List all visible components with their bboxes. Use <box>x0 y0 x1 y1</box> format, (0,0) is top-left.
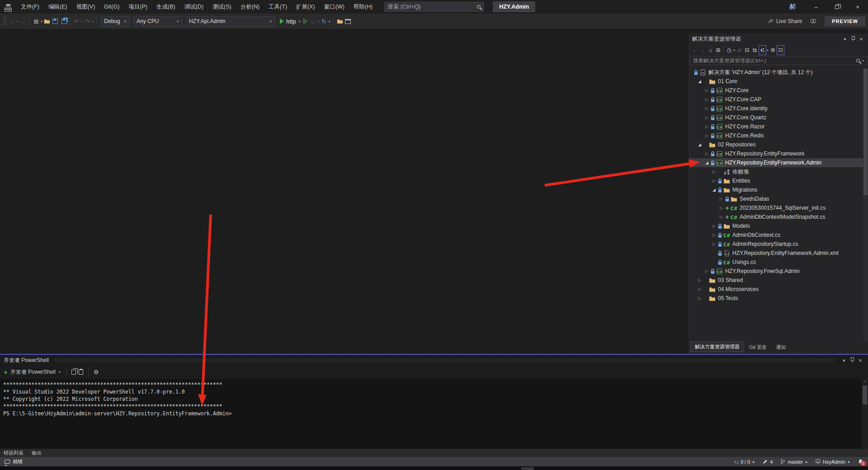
menu-item-p[interactable]: 项目(P) <box>124 0 152 14</box>
menu-item-e[interactable]: 编辑(E) <box>44 0 72 14</box>
hot-reload-icon[interactable]: ♨ <box>309 16 317 27</box>
nav-back-icon[interactable]: ← <box>8 16 16 27</box>
tree-chevron-expanded-icon[interactable]: ◢ <box>697 79 703 84</box>
menu-item-t[interactable]: 工具(T) <box>264 0 292 14</box>
pin-icon[interactable] <box>848 357 856 363</box>
menu-item-x[interactable]: 扩展(X) <box>292 0 320 14</box>
pending-edits-status[interactable]: 4 <box>762 459 773 465</box>
undo-caret[interactable]: ▾ <box>81 19 83 24</box>
menu-item-s[interactable]: 测试(S) <box>208 0 236 14</box>
restart-icon[interactable]: ↻ <box>320 16 328 27</box>
pin-icon[interactable] <box>849 36 857 42</box>
open-folder-icon[interactable] <box>43 16 51 27</box>
tree-row[interactable]: ▷03 Shared <box>689 276 868 285</box>
tree-row[interactable]: ▷AdminDbContextModelSnapshot.cs <box>689 212 868 221</box>
feedback-icon[interactable] <box>810 18 816 24</box>
solution-explorer-scrollbar[interactable] <box>863 68 868 341</box>
new-terminal-icon[interactable]: + <box>4 368 8 376</box>
chevron-down-icon[interactable]: ▾ <box>59 370 61 374</box>
web-browser-icon[interactable] <box>336 16 344 27</box>
tree-row[interactable]: HZY.Repository.EntityFramework.Admin.xml <box>689 249 868 258</box>
redo-icon[interactable]: ↷ <box>83 16 91 27</box>
menu-item-gitg[interactable]: Git(G) <box>99 0 124 14</box>
tree-row[interactable]: ▷HZY.Repository.FreeSql.Admin <box>689 267 868 276</box>
startup-project-dropdown[interactable]: HZY.Api.Admin▾ <box>186 16 275 27</box>
se-home-icon[interactable]: ⌂ <box>707 45 714 55</box>
save-icon[interactable] <box>51 16 59 27</box>
toolbar-grip[interactable] <box>3 17 7 26</box>
tree-row[interactable]: ▷Models <box>689 221 868 230</box>
se-filter-caret[interactable]: ▾ <box>733 48 735 52</box>
start-without-debugging-button[interactable] <box>301 16 309 27</box>
se-back-icon[interactable]: ← <box>691 45 699 55</box>
preview-button[interactable]: PREVIEW <box>825 16 865 26</box>
notifications-bell[interactable]: 1 <box>858 459 863 465</box>
se-properties-icon[interactable]: ⚙ <box>769 45 777 55</box>
tree-row[interactable]: ▷HZY.Repository.EntityFramework <box>689 149 868 158</box>
tree-row[interactable]: ◢Migrations <box>689 185 868 194</box>
terminal-profile-label[interactable]: 开发者 PowerShell <box>10 368 56 376</box>
menu-item-f[interactable]: 文件(F) <box>16 0 44 14</box>
tree-chevron-collapsed-icon[interactable]: ▷ <box>697 278 703 282</box>
tree-chevron-collapsed-icon[interactable]: ▷ <box>697 287 703 291</box>
tree-row[interactable]: ▷HZY.Core.Redis <box>689 131 868 140</box>
window-position-caret-icon[interactable]: ▾ <box>840 358 848 363</box>
se-tab-inactive[interactable]: 通知 <box>772 343 790 352</box>
tree-row[interactable]: ◢02 Repositories <box>689 140 868 149</box>
tree-row[interactable]: Usings.cs <box>689 258 868 267</box>
close-button[interactable]: × <box>847 0 868 14</box>
menu-item-d[interactable]: 调试(D) <box>180 0 208 14</box>
live-share-button[interactable]: Live Share <box>764 18 806 24</box>
copy-icon[interactable] <box>71 370 76 375</box>
platform-dropdown[interactable]: Any CPU▾ <box>133 16 182 27</box>
tree-row[interactable]: ▷Entities <box>689 176 868 185</box>
new-item-caret[interactable]: ▾ <box>41 19 42 24</box>
tree-row[interactable]: ◢01 Core <box>689 77 868 86</box>
window-position-caret-icon[interactable]: ▾ <box>841 37 849 42</box>
se-collapse-all-icon[interactable]: ⊟ <box>743 45 751 55</box>
scrollbar-thumb[interactable] <box>863 385 867 404</box>
tree-chevron-collapsed-icon[interactable]: ▷ <box>711 169 717 174</box>
tree-row[interactable]: ▷HZY.Core.CAP <box>689 95 868 104</box>
redo-caret[interactable]: ▾ <box>92 19 94 24</box>
start-debugging-button[interactable]: http ▾ <box>280 16 301 27</box>
command-window-icon[interactable] <box>344 16 352 27</box>
tree-row[interactable]: ▷20230530015744_SqlServer_init.cs <box>689 203 868 212</box>
nav-back-caret[interactable]: ▾ <box>17 19 19 24</box>
tree-row[interactable]: ▷04 Microservices <box>689 285 868 294</box>
tree-row[interactable]: ▷AdminDbContext.cs <box>689 230 868 240</box>
menu-item-w[interactable]: 窗口(W) <box>320 0 349 14</box>
close-icon[interactable]: × <box>857 36 865 42</box>
git-repo-status[interactable]: HzyAdmin ▲ <box>815 459 850 465</box>
tree-row[interactable]: ▷HZY.Core.Razor <box>689 122 868 131</box>
se-switch-views-icon[interactable]: ⊞ <box>714 45 722 55</box>
scrollbar-thumb[interactable] <box>863 69 868 195</box>
git-branch-status[interactable]: master ▲ <box>780 459 808 465</box>
menu-item-n[interactable]: 分析(N) <box>236 0 264 14</box>
tree-row[interactable]: ▷依赖项 <box>689 167 868 176</box>
terminal-output[interactable]: ****************************************… <box>0 379 862 449</box>
menu-item-h[interactable]: 帮助(H) <box>349 0 377 14</box>
configuration-dropdown[interactable]: Debug▾ <box>101 16 130 27</box>
terminal-settings-gear-icon[interactable]: ⚙ <box>94 369 99 376</box>
se-nested-view-caret[interactable]: ▾ <box>767 48 769 52</box>
tree-row[interactable]: ▷SeedsDatas <box>689 194 868 203</box>
restore-button[interactable] <box>826 0 847 14</box>
tree-row[interactable]: ◢HZY.Repository.EntityFramework.Admin <box>689 158 868 167</box>
quick-search-box[interactable]: 搜索 (Ctrl+Q) <box>384 2 484 12</box>
se-preview-selected-toggle-icon[interactable]: ⊡ <box>777 45 784 55</box>
tree-row[interactable]: ▷05 Tests <box>689 294 868 303</box>
se-tab-active[interactable]: 解决方案资源管理器 <box>690 342 744 352</box>
menu-item-b[interactable]: 生成(B) <box>152 0 180 14</box>
close-icon[interactable]: × <box>856 357 864 364</box>
terminal-scrollbar[interactable]: ▴ <box>862 379 868 450</box>
panel-tab[interactable]: 输出 <box>32 450 42 456</box>
se-forward-icon[interactable]: → <box>699 45 707 55</box>
minimize-button[interactable]: – <box>806 0 826 14</box>
new-item-icon[interactable]: ⊞ <box>32 16 40 27</box>
se-tab-inactive[interactable]: Git 更改 <box>745 343 771 352</box>
restart-caret[interactable]: ▾ <box>329 19 330 24</box>
tree-row[interactable]: ▷HZY.Core.Quartz <box>689 113 868 122</box>
account-avatar[interactable]: 郝 <box>789 3 796 11</box>
nav-forward-icon[interactable]: → <box>19 16 27 27</box>
